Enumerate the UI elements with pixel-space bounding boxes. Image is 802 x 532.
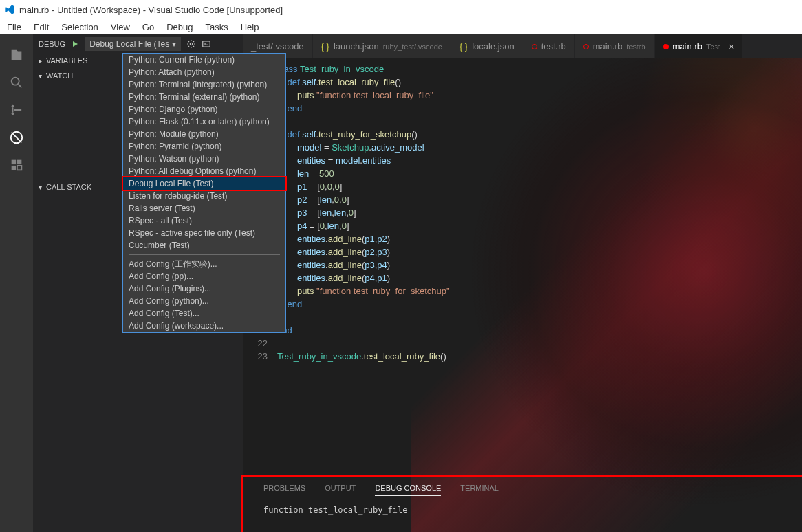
menu-tasks[interactable]: Tasks xyxy=(205,22,228,32)
debug-add-config-option[interactable]: Add Config (pp)... xyxy=(123,270,285,282)
panel-tab-problems[interactable]: PROBLEMS xyxy=(263,484,305,496)
editor-tab[interactable]: { }locale.json xyxy=(451,34,523,58)
debug-start-button[interactable] xyxy=(71,40,79,48)
svg-point-2 xyxy=(12,105,14,108)
activity-bar xyxy=(0,34,33,532)
code-line[interactable]: p1 = [0,0,0] xyxy=(277,180,802,193)
editor-tab[interactable]: main.rbTest× xyxy=(655,34,744,58)
debug-console-output: function test_local_ruby_file xyxy=(263,505,781,515)
debug-toolbar: DEBUG Debug Local File (Tes ▾ xyxy=(33,34,243,53)
activity-extensions[interactable] xyxy=(0,151,33,179)
code-line[interactable]: end xyxy=(277,324,802,337)
code-line[interactable]: def self.test_ruby_for_sketchup() xyxy=(277,128,802,141)
debug-add-config-option[interactable]: Add Config (Plugins)... xyxy=(123,282,285,295)
code-line[interactable]: puts "function test_ruby_for_sketchup" xyxy=(277,285,802,298)
code-line[interactable]: p4 = [0,len,0] xyxy=(277,219,802,232)
activity-search[interactable] xyxy=(0,69,33,96)
debug-config-option[interactable]: Python: All debug Options (python) xyxy=(123,165,285,177)
debug-config-option[interactable]: Python: Watson (python) xyxy=(123,153,285,165)
window-title: main.rb - Untitled (Workspace) - Visual … xyxy=(19,5,283,15)
tab-label: locale.json xyxy=(472,41,514,52)
code-line[interactable]: entities.add_line(p2,p3) xyxy=(277,245,802,258)
panel-tabs: PROBLEMSOUTPUTDEBUG CONSOLETERMINAL xyxy=(263,484,781,496)
code-content[interactable]: class Test_ruby_in_vscode def self.test_… xyxy=(277,58,802,532)
debug-config-option[interactable]: Python: Current File (python) xyxy=(123,54,285,66)
code-line[interactable]: model = Sketchup.active_model xyxy=(277,141,802,154)
code-area[interactable]: 1234567891011121314151617181920212223 cl… xyxy=(243,58,802,532)
debug-config-option[interactable]: RSpec - all (Test) xyxy=(123,214,285,227)
debug-add-config-option[interactable]: Add Config (workspace)... xyxy=(123,320,285,332)
debug-config-option[interactable]: Python: Terminal (external) (python) xyxy=(123,91,285,103)
menu-selection[interactable]: Selection xyxy=(61,22,98,32)
debug-config-option[interactable]: RSpec - active spec file only (Test) xyxy=(123,227,285,239)
debug-add-config-option[interactable]: Add Config (工作实验)... xyxy=(123,258,285,270)
debug-config-option[interactable]: Python: Attach (python) xyxy=(123,66,285,78)
code-line[interactable]: end xyxy=(277,102,802,115)
editor-tab[interactable]: main.rbtestrb xyxy=(575,34,655,58)
menu-debug[interactable]: Debug xyxy=(166,22,193,32)
debug-config-option[interactable]: Debug Local File (Test) xyxy=(123,177,285,190)
code-line[interactable]: entities.add_line(p3,p4) xyxy=(277,258,802,271)
activity-scm[interactable] xyxy=(0,96,33,124)
activity-debug[interactable] xyxy=(0,124,33,151)
tab-label: main.rb xyxy=(673,41,702,52)
code-line[interactable]: entities = model.entities xyxy=(277,154,802,167)
code-line[interactable]: entities.add_line(p4,p1) xyxy=(277,271,802,285)
variables-label: VARIABLES xyxy=(46,56,87,65)
debug-config-option[interactable]: Listen for rdebug-ide (Test) xyxy=(123,190,285,202)
debug-add-config-option[interactable]: Add Config (Test)... xyxy=(123,307,285,320)
code-line[interactable] xyxy=(277,337,802,350)
code-line[interactable]: Test_ruby_in_vscode.test_local_ruby_file… xyxy=(277,350,802,363)
menu-view[interactable]: View xyxy=(111,22,130,32)
editor-tab[interactable]: test.rb xyxy=(523,34,575,58)
menu-help[interactable]: Help xyxy=(241,22,259,32)
ruby-icon xyxy=(663,44,669,49)
panel-tab-debug-console[interactable]: DEBUG CONSOLE xyxy=(375,484,441,496)
svg-point-3 xyxy=(12,113,14,115)
debug-config-option[interactable]: Rails server (Test) xyxy=(123,202,285,214)
debug-config-option[interactable]: Python: Flask (0.11.x or later) (python) xyxy=(123,115,285,128)
debug-config-dropdown[interactable]: Debug Local File (Tes ▾ xyxy=(85,37,181,51)
debug-add-config-option[interactable]: Add Config (python)... xyxy=(123,295,285,307)
debug-label: DEBUG xyxy=(39,40,65,48)
debug-settings-button[interactable] xyxy=(186,39,196,49)
json-icon: { } xyxy=(459,41,468,52)
code-line[interactable]: len = 500 xyxy=(277,167,802,180)
svg-rect-12 xyxy=(203,41,210,46)
tab-sublabel: Test xyxy=(706,43,720,51)
code-line[interactable] xyxy=(277,115,802,128)
menu-go[interactable]: Go xyxy=(142,22,154,32)
debug-config-option[interactable]: Python: Terminal (integrated) (python) xyxy=(123,78,285,91)
debug-console-button[interactable] xyxy=(202,39,211,49)
bottom-panel: PROBLEMSOUTPUTDEBUG CONSOLETERMINAL func… xyxy=(243,477,802,532)
code-line[interactable]: puts "function test_local_ruby_file" xyxy=(277,89,802,102)
json-icon: { } xyxy=(321,41,329,52)
chevron-right-icon: ▸ xyxy=(39,57,42,65)
menu-file[interactable]: File xyxy=(7,22,21,32)
tab-label: launch.json xyxy=(334,41,379,52)
debug-config-option[interactable]: Cucumber (Test) xyxy=(123,239,285,252)
debug-config-option[interactable]: Python: Django (python) xyxy=(123,103,285,115)
code-line[interactable]: def self.test_local_ruby_file() xyxy=(277,76,802,89)
chevron-down-icon: ▾ xyxy=(39,72,42,80)
dropdown-caret-icon: ▾ xyxy=(172,39,176,49)
tab-sublabel: testrb xyxy=(627,43,646,51)
panel-tab-terminal[interactable]: TERMINAL xyxy=(460,484,499,496)
code-line[interactable]: entities.add_line(p1,p2) xyxy=(277,232,802,245)
debug-config-selected: Debug Local File (Tes xyxy=(89,39,169,49)
panel-tab-output[interactable]: OUTPUT xyxy=(325,484,356,496)
code-line[interactable]: p3 = [len,len,0] xyxy=(277,206,802,219)
debug-config-option[interactable]: Python: Pyramid (python) xyxy=(123,140,285,153)
svg-point-4 xyxy=(19,109,22,111)
code-line[interactable]: class Test_ruby_in_vscode xyxy=(277,63,802,76)
menu-edit[interactable]: Edit xyxy=(34,22,49,32)
close-icon[interactable]: × xyxy=(728,41,734,52)
svg-point-11 xyxy=(190,43,193,45)
code-line[interactable] xyxy=(277,311,802,324)
activity-explorer[interactable] xyxy=(0,41,33,69)
tab-label: test.rb xyxy=(541,41,566,52)
code-line[interactable]: p2 = [len,0,0] xyxy=(277,193,802,206)
debug-config-option[interactable]: Python: Module (python) xyxy=(123,128,285,140)
code-line[interactable]: end xyxy=(277,298,802,311)
editor-tab[interactable]: { }launch.jsonruby_test/.vscode xyxy=(313,34,451,58)
